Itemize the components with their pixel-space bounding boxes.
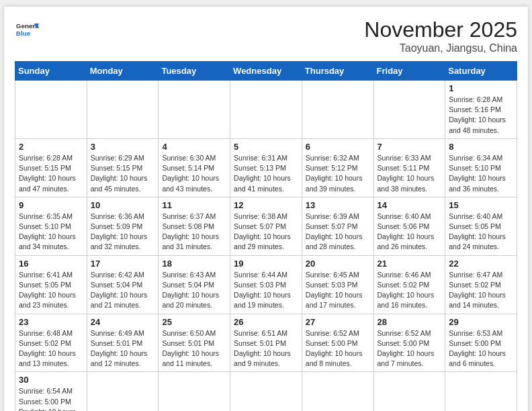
day-cell: 11Sunrise: 6:37 AMSunset: 5:08 PMDayligh… <box>159 197 230 255</box>
day-cell: 20Sunrise: 6:45 AMSunset: 5:03 PMDayligh… <box>302 255 373 314</box>
day-cell <box>15 81 87 139</box>
day-info: Sunrise: 6:52 AMSunset: 5:00 PMDaylight:… <box>306 328 370 369</box>
weekday-thursday: Thursday <box>302 62 373 81</box>
day-info: Sunrise: 6:41 AMSunset: 5:05 PMDaylight:… <box>19 270 83 311</box>
day-cell: 4Sunrise: 6:30 AMSunset: 5:14 PMDaylight… <box>159 138 230 197</box>
weekday-sunday: Sunday <box>15 62 87 81</box>
day-cell: 14Sunrise: 6:40 AMSunset: 5:06 PMDayligh… <box>373 197 445 255</box>
day-number: 26 <box>234 317 298 327</box>
day-cell: 18Sunrise: 6:43 AMSunset: 5:04 PMDayligh… <box>159 255 230 314</box>
weekday-tuesday: Tuesday <box>159 62 230 81</box>
day-info: Sunrise: 6:29 AMSunset: 5:15 PMDaylight:… <box>91 153 155 194</box>
header: General Blue November 2025 Taoyuan, Jian… <box>15 17 517 54</box>
day-info: Sunrise: 6:30 AMSunset: 5:14 PMDaylight:… <box>162 153 226 194</box>
day-info: Sunrise: 6:33 AMSunset: 5:11 PMDaylight:… <box>378 153 442 194</box>
day-cell: 15Sunrise: 6:40 AMSunset: 5:05 PMDayligh… <box>445 197 517 255</box>
week-row-6: 30Sunrise: 6:54 AMSunset: 5:00 PMDayligh… <box>15 372 517 411</box>
day-cell: 28Sunrise: 6:52 AMSunset: 5:00 PMDayligh… <box>373 314 445 372</box>
location-title: Taoyuan, Jiangsu, China <box>364 42 517 54</box>
day-cell <box>159 81 230 139</box>
day-cell: 13Sunrise: 6:39 AMSunset: 5:07 PMDayligh… <box>302 197 373 255</box>
day-number: 13 <box>306 200 370 210</box>
day-cell: 29Sunrise: 6:53 AMSunset: 5:00 PMDayligh… <box>445 314 517 372</box>
day-cell: 10Sunrise: 6:36 AMSunset: 5:09 PMDayligh… <box>87 197 159 255</box>
day-cell <box>87 81 159 139</box>
day-cell <box>230 372 302 411</box>
day-cell: 2Sunrise: 6:28 AMSunset: 5:15 PMDaylight… <box>15 138 87 197</box>
day-number: 7 <box>378 142 442 152</box>
day-number: 5 <box>234 142 298 152</box>
day-cell: 22Sunrise: 6:47 AMSunset: 5:02 PMDayligh… <box>445 255 517 314</box>
day-info: Sunrise: 6:42 AMSunset: 5:04 PMDaylight:… <box>91 270 155 311</box>
day-number: 8 <box>449 142 513 152</box>
day-number: 3 <box>91 142 155 152</box>
day-number: 18 <box>162 259 226 269</box>
day-cell: 3Sunrise: 6:29 AMSunset: 5:15 PMDaylight… <box>87 138 159 197</box>
week-row-3: 9Sunrise: 6:35 AMSunset: 5:10 PMDaylight… <box>15 197 517 255</box>
day-cell <box>87 372 159 411</box>
day-number: 30 <box>19 375 83 385</box>
day-info: Sunrise: 6:34 AMSunset: 5:10 PMDaylight:… <box>449 153 513 194</box>
day-info: Sunrise: 6:49 AMSunset: 5:01 PMDaylight:… <box>91 328 155 369</box>
day-info: Sunrise: 6:38 AMSunset: 5:07 PMDaylight:… <box>234 212 298 253</box>
day-cell: 30Sunrise: 6:54 AMSunset: 5:00 PMDayligh… <box>15 372 87 411</box>
day-cell: 8Sunrise: 6:34 AMSunset: 5:10 PMDaylight… <box>445 138 517 197</box>
day-info: Sunrise: 6:51 AMSunset: 5:01 PMDaylight:… <box>234 328 298 369</box>
day-cell <box>373 372 445 411</box>
month-title: November 2025 <box>364 17 517 42</box>
day-cell: 9Sunrise: 6:35 AMSunset: 5:10 PMDaylight… <box>15 197 87 255</box>
week-row-5: 23Sunrise: 6:48 AMSunset: 5:02 PMDayligh… <box>15 314 517 372</box>
page: General Blue November 2025 Taoyuan, Jian… <box>4 7 528 411</box>
day-number: 1 <box>449 83 513 93</box>
day-cell: 1Sunrise: 6:28 AMSunset: 5:16 PMDaylight… <box>445 81 517 139</box>
day-cell: 21Sunrise: 6:46 AMSunset: 5:02 PMDayligh… <box>373 255 445 314</box>
day-number: 11 <box>162 200 226 210</box>
day-number: 14 <box>378 200 442 210</box>
day-cell: 16Sunrise: 6:41 AMSunset: 5:05 PMDayligh… <box>15 255 87 314</box>
weekday-header-row: SundayMondayTuesdayWednesdayThursdayFrid… <box>15 62 517 81</box>
day-cell: 5Sunrise: 6:31 AMSunset: 5:13 PMDaylight… <box>230 138 302 197</box>
day-cell: 17Sunrise: 6:42 AMSunset: 5:04 PMDayligh… <box>87 255 159 314</box>
day-cell: 27Sunrise: 6:52 AMSunset: 5:00 PMDayligh… <box>302 314 373 372</box>
day-number: 20 <box>306 259 370 269</box>
day-number: 16 <box>19 259 83 269</box>
day-number: 29 <box>449 317 513 327</box>
day-number: 9 <box>19 200 83 210</box>
logo-icon: General Blue <box>15 17 39 42</box>
day-cell: 26Sunrise: 6:51 AMSunset: 5:01 PMDayligh… <box>230 314 302 372</box>
day-info: Sunrise: 6:40 AMSunset: 5:05 PMDaylight:… <box>449 212 513 253</box>
day-info: Sunrise: 6:28 AMSunset: 5:15 PMDaylight:… <box>19 153 83 194</box>
day-cell <box>302 372 373 411</box>
day-info: Sunrise: 6:28 AMSunset: 5:16 PMDaylight:… <box>449 95 513 136</box>
week-row-1: 1Sunrise: 6:28 AMSunset: 5:16 PMDaylight… <box>15 81 517 139</box>
day-info: Sunrise: 6:32 AMSunset: 5:12 PMDaylight:… <box>306 153 370 194</box>
day-cell: 7Sunrise: 6:33 AMSunset: 5:11 PMDaylight… <box>373 138 445 197</box>
day-info: Sunrise: 6:40 AMSunset: 5:06 PMDaylight:… <box>378 212 442 253</box>
day-number: 15 <box>449 200 513 210</box>
day-number: 27 <box>306 317 370 327</box>
day-number: 4 <box>162 142 226 152</box>
day-info: Sunrise: 6:31 AMSunset: 5:13 PMDaylight:… <box>234 153 298 194</box>
title-block: November 2025 Taoyuan, Jiangsu, China <box>364 17 517 54</box>
day-number: 10 <box>91 200 155 210</box>
day-info: Sunrise: 6:45 AMSunset: 5:03 PMDaylight:… <box>306 270 370 311</box>
logo: General Blue <box>15 17 39 42</box>
day-cell: 19Sunrise: 6:44 AMSunset: 5:03 PMDayligh… <box>230 255 302 314</box>
day-number: 24 <box>91 317 155 327</box>
day-info: Sunrise: 6:35 AMSunset: 5:10 PMDaylight:… <box>19 212 83 253</box>
day-cell: 23Sunrise: 6:48 AMSunset: 5:02 PMDayligh… <box>15 314 87 372</box>
day-info: Sunrise: 6:44 AMSunset: 5:03 PMDaylight:… <box>234 270 298 311</box>
day-info: Sunrise: 6:43 AMSunset: 5:04 PMDaylight:… <box>162 270 226 311</box>
weekday-wednesday: Wednesday <box>230 62 302 81</box>
day-cell <box>230 81 302 139</box>
svg-text:Blue: Blue <box>16 30 31 37</box>
day-info: Sunrise: 6:37 AMSunset: 5:08 PMDaylight:… <box>162 212 226 253</box>
day-cell: 24Sunrise: 6:49 AMSunset: 5:01 PMDayligh… <box>87 314 159 372</box>
weekday-saturday: Saturday <box>445 62 517 81</box>
day-number: 21 <box>378 259 442 269</box>
day-cell <box>373 81 445 139</box>
day-number: 28 <box>378 317 442 327</box>
calendar-table: SundayMondayTuesdayWednesdayThursdayFrid… <box>15 61 517 411</box>
day-cell: 12Sunrise: 6:38 AMSunset: 5:07 PMDayligh… <box>230 197 302 255</box>
day-number: 22 <box>449 259 513 269</box>
